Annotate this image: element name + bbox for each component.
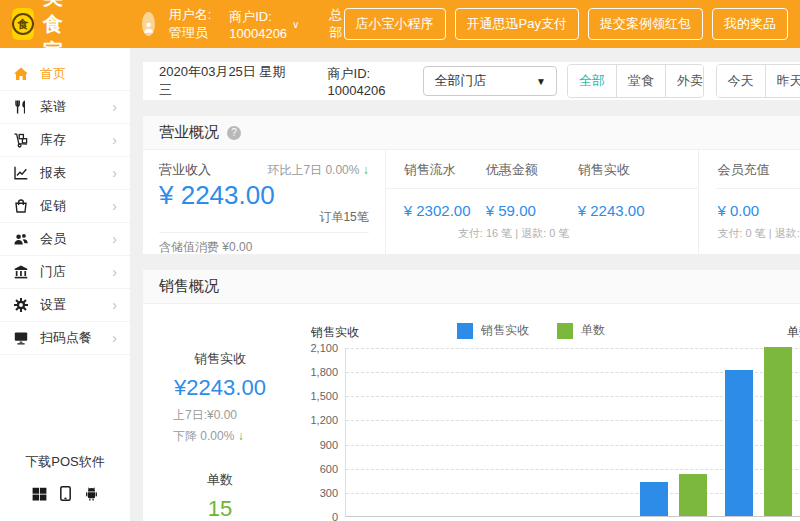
member-recharge-panel: 会员充值 ¥ 0.00 支付: 0 笔 | 退款: 0 笔 — [699, 150, 800, 254]
chevron-down-icon: ∨ — [292, 19, 299, 30]
bar-sales-0 — [640, 482, 668, 516]
sidebar-item-label: 库存 — [40, 131, 112, 149]
sidebar-item-label: 首页 — [40, 65, 117, 83]
org-label: 总部 — [329, 6, 343, 42]
chevron-right-icon: › — [112, 198, 117, 214]
chevron-right-icon: › — [112, 231, 117, 247]
user-avatar — [142, 12, 155, 36]
revenue-compare: 环比上7日 0.00% ↓ — [267, 162, 368, 179]
header-buttons: 店小宝小程序开通思迅Pay支付提交案例领红包我的奖品 — [344, 8, 788, 40]
column-value: ¥ 59.00 — [486, 202, 578, 219]
y-axis-tick: 600 — [320, 463, 338, 475]
column-header: 销售实收 — [578, 161, 630, 179]
chevron-right-icon: › — [112, 264, 117, 280]
bar-orders-0 — [679, 474, 707, 516]
payment-refund-note: 支付: 16 笔 | 退款: 0 笔 — [458, 226, 699, 241]
scope-tab[interactable]: 堂食 — [616, 65, 665, 97]
legend-swatch-blue — [457, 323, 473, 339]
store-icon — [13, 264, 30, 280]
sidebar-item-report[interactable]: 报表› — [0, 157, 130, 190]
sidebar-item-recipe[interactable]: 菜谱› — [0, 91, 130, 124]
chevron-right-icon: › — [112, 330, 117, 346]
sidebar-item-label: 门店 — [40, 263, 112, 281]
sidebar-item-home[interactable]: 首页 — [0, 58, 130, 91]
brand-emblem: 食 — [12, 13, 34, 35]
y-axis-tick: 1,500 — [310, 390, 338, 402]
column-header: 销售流水 — [404, 161, 486, 179]
scope-tab[interactable]: 全部 — [568, 65, 616, 97]
chevron-right-icon: › — [112, 297, 117, 313]
sales-chart: 销售实收 销售实收 单数 单数 2,1001,8001,5001,2009006… — [297, 310, 800, 521]
recharge-value: ¥ 0.00 — [717, 202, 800, 219]
current-date: 2020年03月25日 星期三 — [159, 63, 288, 99]
sales-columns-panel: 销售流水优惠金额销售实收 ¥ 2302.00¥ 59.00¥ 2243.00 支… — [386, 150, 700, 254]
stat-label: 单数 — [143, 471, 297, 489]
stat-value: 15 — [143, 496, 297, 521]
report-icon — [13, 165, 30, 181]
legend-orders[interactable]: 单数 — [557, 322, 605, 339]
sidebar-item-member[interactable]: 会员› — [0, 223, 130, 256]
merchant-id-text: 商户ID: 10004206 — [328, 65, 424, 98]
left-axis-title: 销售实收 — [311, 324, 359, 341]
bar-sales-1 — [725, 370, 753, 516]
sidebar-item-qr-order[interactable]: 扫码点餐› — [0, 322, 130, 355]
revenue-panel: 营业收入 环比上7日 0.00% ↓ ¥ 2243.00 订单15笔 含储值消费… — [143, 150, 386, 254]
legend-sales[interactable]: 销售实收 — [457, 322, 529, 339]
column-value: ¥ 2243.00 — [578, 202, 645, 219]
day-tab-group: 今天昨天 — [716, 64, 800, 98]
member-icon — [13, 231, 30, 247]
stored-value-label: 含储值消费 ¥0.00 — [159, 232, 369, 256]
sidebar-item-settings[interactable]: 设置› — [0, 289, 130, 322]
home-icon — [13, 66, 30, 82]
sales-stats-panel: 销售实收¥2243.00上7日:¥0.00下降 0.00% ↓单数15上7日:0… — [143, 310, 297, 521]
day-tab[interactable]: 昨天 — [765, 65, 800, 97]
recharge-label: 会员充值 — [717, 161, 800, 189]
bar-orders-1 — [764, 347, 792, 516]
revenue-label: 营业收入 — [159, 161, 211, 179]
y-axis-tick: 1,800 — [310, 366, 338, 378]
chevron-right-icon: › — [112, 165, 117, 181]
stat-prev: 上7日:¥0.00 — [143, 407, 297, 424]
business-overview-title: 营业概况 — [159, 123, 219, 142]
column-header: 优惠金额 — [486, 161, 578, 179]
scope-tab[interactable]: 外卖 — [665, 65, 704, 97]
stat-sales-received: 销售实收¥2243.00上7日:¥0.00下降 0.00% ↓ — [143, 350, 297, 445]
sidebar-item-inventory[interactable]: 库存› — [0, 124, 130, 157]
my-prizes-button[interactable]: 我的奖品 — [712, 8, 788, 40]
stat-order-count: 单数15上7日:0笔下降 0.00% ↓ — [143, 471, 297, 521]
business-overview-card: 营业概况 ? 营业收入 环比上7日 0.00% ↓ ¥ 2243.00 订单15… — [143, 116, 800, 254]
store-select-value: 全部门店 — [434, 72, 486, 90]
windows-icon[interactable] — [31, 485, 48, 502]
sidebar-item-promotion[interactable]: 促销› — [0, 190, 130, 223]
sidebar-item-label: 会员 — [40, 230, 112, 248]
gridline — [346, 348, 800, 349]
stat-label: 销售实收 — [143, 350, 297, 368]
store-select[interactable]: 全部门店 ▼ — [423, 66, 557, 96]
orders-count-label: 订单15笔 — [159, 209, 369, 226]
android-icon[interactable] — [83, 485, 100, 502]
day-tab[interactable]: 今天 — [717, 65, 765, 97]
inventory-icon — [13, 132, 30, 148]
sidebar-item-label: 扫码点餐 — [40, 329, 112, 347]
stat-value: ¥2243.00 — [143, 375, 297, 401]
merchant-id-dropdown[interactable]: 商户ID: 10004206 ∨ — [229, 8, 299, 41]
y-axis-tick: 900 — [320, 439, 338, 451]
sidebar-item-label: 设置 — [40, 296, 112, 314]
chevron-right-icon: › — [112, 99, 117, 115]
scope-tab-group: 全部堂食外卖 — [567, 64, 704, 98]
help-icon[interactable]: ? — [227, 126, 241, 140]
revenue-value: ¥ 2243.00 — [159, 180, 369, 211]
chevron-right-icon: › — [112, 132, 117, 148]
qr-order-icon — [13, 330, 30, 346]
sales-overview-card: 销售概况 销售实收¥2243.00上7日:¥0.00下降 0.00% ↓单数15… — [143, 270, 800, 521]
sidebar: 首页菜谱›库存›报表›促销›会员›门店›设置›扫码点餐› 下载POS软件 — [0, 48, 130, 521]
submit-case-red-packet-button[interactable]: 提交案例领红包 — [588, 8, 703, 40]
top-header: 食 美食家 用户名: 管理员 商户ID: 10004206 ∨ 总部 店小宝小程… — [0, 0, 800, 48]
merchant-id-label: 商户ID: 10004206 — [229, 8, 287, 41]
sixun-pay-button[interactable]: 开通思迅Pay支付 — [455, 8, 579, 40]
recipe-icon — [13, 99, 30, 115]
dianxiaobao-mini-program-button[interactable]: 店小宝小程序 — [344, 8, 446, 40]
user-name-label: 用户名: 管理员 — [169, 6, 215, 42]
sidebar-item-store[interactable]: 门店› — [0, 256, 130, 289]
tablet-icon[interactable] — [57, 485, 74, 502]
